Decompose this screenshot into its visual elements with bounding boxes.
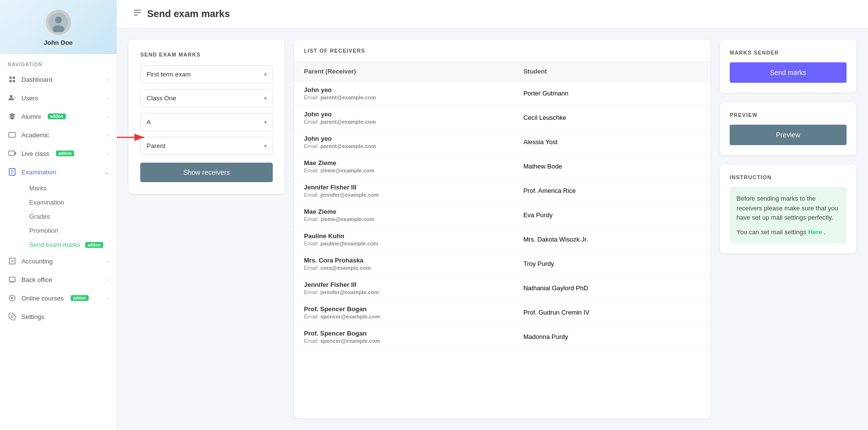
table-row: John yeo Email: parent@example.com Porte…	[294, 81, 710, 106]
parent-email: Email: parent@example.com	[304, 119, 504, 125]
table-row: Prof. Spencer Bogan Email: spencer@examp…	[294, 300, 710, 325]
nav-label: NAVIGATION	[0, 54, 116, 70]
examination-submenu: Marks Examination Grades Promotion Send …	[0, 181, 116, 252]
sidebar-item-label-alumni: Alumni	[21, 113, 41, 120]
sidebar-item-label-settings: Settings	[21, 313, 44, 320]
student-cell: Nathanial Gaylord PhD	[513, 276, 710, 300]
table-row: John yeo Email: parent@example.com Cecil…	[294, 106, 710, 130]
sidebar-item-dashboard[interactable]: Dashboard ›	[0, 70, 116, 89]
parent-email: Email: cora@example.com	[304, 265, 504, 271]
student-cell: Prof. Gudrun Cremin IV	[513, 300, 710, 325]
instruction-card: INSTRUCTION Before sending marks to the …	[720, 165, 856, 253]
sidebar-item-label-live-class: Live class	[21, 150, 49, 157]
sidebar-item-users[interactable]: Users ›	[0, 89, 116, 107]
send-exam-marks-addon-badge: addon	[85, 242, 103, 248]
receiver-select[interactable]: Parent	[140, 137, 273, 155]
chevron-right-icon: ›	[107, 151, 109, 156]
sidebar-item-online-courses[interactable]: Online courses addon ›	[0, 289, 116, 307]
send-card-title: SEND EXAM MARKS	[140, 52, 273, 57]
parent-email: Email: jennifer@example.com	[304, 192, 504, 198]
submenu-examination[interactable]: Examination	[21, 195, 116, 209]
parent-cell: Prof. Spencer Bogan Email: spencer@examp…	[294, 325, 513, 349]
accounting-icon	[8, 257, 17, 265]
receivers-card: LIST OF RECEIVERS Parent (Receiver) Stud…	[294, 40, 710, 418]
sidebar-item-live-class[interactable]: Live class addon ›	[0, 144, 116, 163]
send-marks-button[interactable]: Send marks	[730, 62, 847, 83]
chevron-down-icon: ⌄	[105, 169, 109, 175]
instruction-text2: You can set mail settings Here .	[736, 227, 840, 237]
section-select-wrapper: A ▾	[140, 113, 273, 131]
sidebar-item-academic[interactable]: Academic ›	[0, 126, 116, 144]
student-cell: Cecil Leuschke	[513, 106, 710, 130]
parent-email: Email: spencer@example.com	[304, 338, 504, 344]
parent-name: Mae Zieme	[304, 159, 504, 167]
table-row: Mae Zieme Email: zieme@example.com Mathe…	[294, 154, 710, 179]
sidebar-item-label-academic: Academic	[21, 131, 49, 139]
parent-cell: John yeo Email: parent@example.com	[294, 130, 513, 154]
instruction-text1: Before sending marks to the receivers pl…	[736, 194, 840, 223]
parent-cell: Mrs. Cora Prohaska Email: cora@example.c…	[294, 252, 513, 276]
preview-title: PREVIEW	[730, 112, 847, 118]
dashboard-icon	[8, 75, 17, 84]
table-row: Mrs. Cora Prohaska Email: cora@example.c…	[294, 252, 710, 276]
show-receivers-button[interactable]: Show receivers	[140, 163, 273, 182]
avatar	[46, 10, 71, 35]
sidebar-item-accounting[interactable]: Accounting ›	[0, 252, 116, 270]
class-select[interactable]: Class One	[140, 89, 273, 107]
parent-email: Email: spencer@example.com	[304, 314, 504, 319]
table-row: Pauline Kuhn Email: pauline@example.com …	[294, 227, 710, 252]
submenu-grades[interactable]: Grades	[21, 209, 116, 224]
parent-cell: Pauline Kuhn Email: pauline@example.com	[294, 227, 513, 252]
sidebar-item-label-dashboard: Dashboard	[21, 76, 53, 83]
academic-icon	[8, 131, 17, 139]
sidebar-item-alumni[interactable]: Alumni addon ›	[0, 107, 116, 126]
student-name: Porter Gutmann	[523, 90, 568, 97]
users-icon	[8, 93, 17, 102]
section-select[interactable]: A	[140, 113, 273, 131]
student-cell: Mathew Bode	[513, 154, 710, 179]
submenu-send-exam-marks[interactable]: Send exam marks addon	[21, 238, 116, 252]
parent-name: Mrs. Cora Prohaska	[304, 257, 504, 264]
student-cell: Porter Gutmann	[513, 81, 710, 106]
student-cell: Troy Purdy	[513, 252, 710, 276]
chevron-right-icon: ›	[107, 277, 109, 282]
parent-cell: Jennifer Fisher III Email: jennifer@exam…	[294, 179, 513, 203]
submenu-send-exam-marks-label: Send exam marks	[29, 241, 80, 248]
parent-cell: Mae Zieme Email: zieme@example.com	[294, 154, 513, 179]
page-body: SEND EXAM MARKS First term exam ▾ Class …	[117, 28, 868, 430]
student-cell: Eva Purdy	[513, 203, 710, 227]
parent-cell: Prof. Spencer Bogan Email: spencer@examp…	[294, 300, 513, 325]
exam-select[interactable]: First term exam	[140, 65, 273, 83]
sidebar-item-label-back-office: Back office	[21, 276, 52, 283]
back-office-icon	[8, 275, 17, 284]
chevron-right-icon: ›	[107, 132, 109, 138]
preview-button[interactable]: Preview	[730, 125, 847, 145]
submenu-marks[interactable]: Marks	[21, 181, 116, 195]
send-exam-marks-card: SEND EXAM MARKS First term exam ▾ Class …	[129, 40, 284, 194]
alumni-addon-badge: addon	[48, 113, 66, 119]
parent-email: Email: zieme@example.com	[304, 216, 504, 222]
preview-card: PREVIEW Preview	[720, 102, 856, 155]
chevron-right-icon: ›	[107, 77, 109, 82]
sidebar-item-settings[interactable]: Settings	[0, 307, 116, 326]
chevron-right-icon: ›	[107, 114, 109, 119]
receivers-table-wrap[interactable]: Parent (Receiver) Student John yeo Email…	[294, 62, 710, 418]
sidebar-item-back-office[interactable]: Back office ›	[0, 270, 116, 289]
class-select-wrapper: Class One ▾	[140, 89, 273, 107]
live-class-icon	[8, 149, 17, 158]
chevron-right-icon: ›	[107, 95, 109, 101]
parent-name: John yeo	[304, 111, 504, 118]
instruction-link[interactable]: Here	[808, 228, 822, 236]
submenu-promotion[interactable]: Promotion	[21, 224, 116, 238]
parent-email: Email: pauline@example.com	[304, 241, 504, 246]
examination-icon	[8, 168, 17, 176]
sidebar-item-label-online-courses: Online courses	[21, 295, 64, 302]
sidebar-item-examination[interactable]: Examination ⌄	[0, 163, 116, 181]
svg-point-1	[55, 17, 62, 23]
student-name: Madonna Purdy	[523, 333, 568, 340]
online-courses-addon-badge: addon	[71, 295, 89, 301]
table-row: Jennifer Fisher III Email: jennifer@exam…	[294, 276, 710, 300]
parent-name: Prof. Spencer Bogan	[304, 330, 504, 337]
page-header-icon	[132, 8, 142, 20]
parent-email: Email: parent@example.com	[304, 143, 504, 149]
